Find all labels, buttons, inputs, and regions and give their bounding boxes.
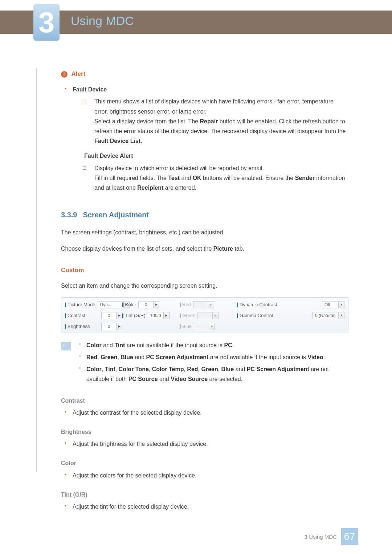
custom-p: Select an item and change the correspond…	[61, 281, 348, 291]
text: Fill in all required fields. The	[94, 175, 168, 181]
note-icon	[61, 342, 71, 350]
color-heading: Color	[61, 458, 348, 468]
section-p2: Choose display devices from the list of …	[61, 244, 348, 254]
tint-label: Tint (G/R)	[122, 312, 146, 320]
text: This menu shows a list of display device…	[94, 98, 334, 114]
alert-title: Alert	[71, 70, 85, 77]
blue-stepper: ▶	[194, 323, 215, 330]
left-rule	[36, 69, 37, 472]
bold: Picture	[213, 246, 233, 252]
arrow-right-icon: ▶	[212, 312, 218, 319]
color-stepper[interactable]: 0▶	[138, 301, 159, 308]
fault-device-desc: This menu shows a list of display device…	[73, 97, 348, 146]
gamma-dropdown[interactable]: 0 (Natural)▼	[313, 312, 344, 319]
brightness-heading: Brightness	[61, 427, 348, 437]
bold: Fault Device List	[94, 138, 140, 144]
green-label: Green	[180, 312, 195, 320]
chevron-down-icon[interactable]: ▼	[338, 301, 344, 308]
bold: Repair	[200, 118, 218, 124]
note-item: Color and Tint are not available if the …	[76, 340, 348, 350]
fault-device-list: Fault Device This menu shows a list of d…	[61, 85, 348, 193]
text: and	[180, 175, 193, 181]
gamma-label: Gamma Control	[237, 312, 273, 320]
color-label: Color	[122, 301, 136, 309]
tint-cell: Tint (G/R) 100/0▶	[122, 312, 180, 320]
picture-mode-label: Picture Mode	[65, 301, 95, 309]
contrast-desc: Adjust the contrast for the selected dis…	[61, 408, 348, 418]
section-title: Screen Adjustment	[83, 211, 149, 219]
contrast-stepper[interactable]: 0▶	[101, 312, 122, 319]
tint-desc: Adjust the tint for the selected display…	[61, 502, 348, 512]
contrast-label: Contrast	[65, 312, 85, 320]
chapter-badge: 3	[33, 4, 60, 41]
arrow-right-icon[interactable]: ▶	[153, 301, 159, 308]
contrast-heading: Contrast	[61, 396, 348, 406]
dynamic-contrast-label: Dynamic Contrast	[237, 301, 277, 309]
picture-mode-cell: Picture Mode Dyn...▼	[65, 301, 122, 309]
green-cell: Green ▶	[180, 312, 237, 320]
content-area: 3 Alert Fault Device This menu shows a l…	[61, 69, 348, 512]
dynamic-contrast-dropdown[interactable]: Off▼	[322, 301, 344, 308]
fault-device-alert-desc: Display device in which error is detecte…	[73, 163, 348, 193]
custom-heading: Custom	[61, 265, 348, 276]
brightness-cell: Brightness 0▶	[65, 323, 122, 331]
bold: Recipient	[137, 185, 163, 191]
red-cell: Red ▶	[180, 301, 237, 309]
text: tab.	[233, 246, 244, 252]
text: Choose display devices from the list of …	[61, 246, 213, 252]
blue-cell: Blue ▶	[180, 323, 237, 331]
note-item: Color, Tint, Color Tone, Color Temp, Red…	[76, 364, 348, 384]
brightness-desc: Adjust the brightness for the selected d…	[61, 439, 348, 449]
alert-heading: 3 Alert	[61, 69, 348, 79]
arrow-right-icon: ▶	[208, 301, 214, 308]
text: .	[140, 138, 142, 144]
text: Select a display device from the list. T…	[94, 118, 200, 124]
section-number: 3.3.9	[61, 211, 77, 219]
note-item: Red, Green, Blue and PC Screen Adjustmen…	[76, 352, 348, 362]
gamma-cell: Gamma Control 0 (Natural)▼	[237, 312, 344, 320]
chevron-down-icon[interactable]: ▼	[338, 312, 344, 319]
alert-number-badge: 3	[61, 71, 68, 78]
blue-label: Blue	[180, 323, 192, 331]
settings-panel: Picture Mode Dyn...▼ Color 0▶ Red ▶ Dyna…	[61, 297, 348, 333]
red-stepper: ▶	[193, 301, 214, 308]
arrow-right-icon[interactable]: ▶	[116, 323, 122, 330]
page-number: 67	[341, 528, 358, 545]
section-p1: The screen settings (contrast, brightnes…	[61, 227, 348, 237]
color-desc: Adjust the colors for the selected displ…	[61, 471, 348, 480]
color-cell: Color 0▶	[122, 301, 180, 309]
footer-text: 3 Using MDC	[305, 534, 337, 540]
arrow-right-icon[interactable]: ▶	[163, 312, 169, 319]
note-block: Color and Tint are not available if the …	[61, 340, 348, 386]
arrow-right-icon: ▶	[209, 323, 215, 330]
red-label: Red	[180, 301, 191, 309]
arrow-right-icon[interactable]: ▶	[116, 312, 122, 319]
tint-heading: Tint (G/R)	[61, 490, 348, 500]
tint-stepper[interactable]: 100/0▶	[148, 312, 170, 319]
text: are entered.	[163, 185, 196, 191]
footer: 3 Using MDC 67	[305, 528, 358, 545]
fault-device-alert-heading: Fault Device Alert	[84, 153, 133, 159]
contrast-cell: Contrast 0▶	[65, 312, 122, 320]
bold: Test	[168, 175, 180, 181]
green-stepper: ▶	[197, 312, 219, 319]
chapter-title: Using MDC	[71, 14, 134, 28]
section-heading: 3.3.9Screen Adjustment	[61, 209, 348, 221]
brightness-stepper[interactable]: 0▶	[101, 323, 122, 330]
bold: Sender	[295, 175, 315, 181]
dynamic-contrast-cell: Dynamic Contrast Off▼	[237, 301, 344, 309]
chapter-number: 3	[38, 6, 55, 39]
fault-device-item: Fault Device This menu shows a list of d…	[61, 85, 348, 193]
text: Display device in which error is detecte…	[94, 165, 264, 171]
bold: OK	[193, 175, 201, 181]
text: buttons will be enabled. Ensure the	[201, 175, 295, 181]
fault-device-heading: Fault Device	[73, 86, 107, 93]
brightness-label: Brightness	[65, 323, 90, 331]
